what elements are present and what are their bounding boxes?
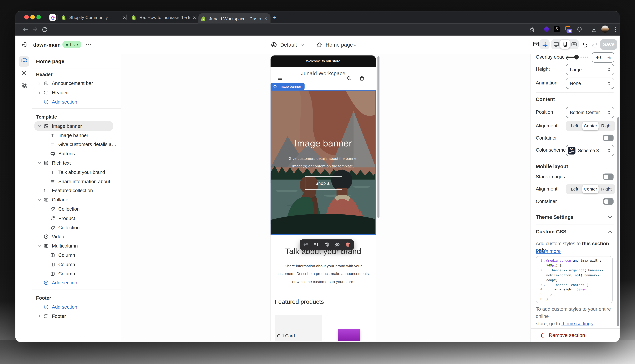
delete-section-icon[interactable] xyxy=(345,242,351,248)
sidebar-item-header[interactable]: Header xyxy=(32,88,121,98)
cart-icon[interactable] xyxy=(359,75,365,81)
tab-close-icon[interactable]: × xyxy=(122,15,127,20)
sidebar-item-share-information-about-your-br[interactable]: Share information about your br... xyxy=(32,177,121,186)
page-selector[interactable]: Home page xyxy=(326,42,353,48)
move-down-icon[interactable] xyxy=(313,242,319,248)
sidebar-item-image-banner[interactable]: Image banner xyxy=(35,122,113,131)
sidebar-item-multicolumn[interactable]: Multicolumn xyxy=(32,241,121,250)
sidebar-item-footer[interactable]: Footer xyxy=(32,312,121,321)
menu-icon[interactable] xyxy=(277,75,283,81)
mobile-view-button[interactable] xyxy=(560,40,570,49)
extensions-icon[interactable] xyxy=(576,26,583,33)
rail-sections-button[interactable] xyxy=(19,56,29,67)
back-icon[interactable] xyxy=(22,26,29,33)
add-section-button[interactable]: Add section xyxy=(32,302,121,312)
chevron-right-icon[interactable] xyxy=(37,314,42,319)
product-card-image[interactable] xyxy=(338,329,360,341)
chevron-right-icon[interactable] xyxy=(37,81,42,86)
hide-section-icon[interactable] xyxy=(335,242,340,248)
search-icon[interactable] xyxy=(346,75,352,81)
inspect-button[interactable] xyxy=(539,39,550,49)
tab-junaid-workspace-customiz[interactable]: Junaid Workspace · Customiz× xyxy=(198,13,270,24)
sidebar-item-talk-about-your-brand[interactable]: Talk about your brand xyxy=(32,168,121,177)
panel-scrollbar[interactable] xyxy=(617,117,619,326)
tab-close-icon[interactable]: × xyxy=(192,15,197,20)
height-select[interactable]: Large xyxy=(566,64,614,75)
save-button[interactable]: Save xyxy=(600,39,617,50)
announcement-bar[interactable]: Welcome to our store xyxy=(270,56,376,67)
extension-s-icon[interactable]: S xyxy=(554,26,560,32)
overlay-opacity-input[interactable]: 40 % xyxy=(592,52,614,63)
stack-images-toggle[interactable] xyxy=(603,174,613,180)
sidebar-item-give-customers-details-about-th[interactable]: Give customers details about th... xyxy=(32,140,121,149)
downloads-icon[interactable] xyxy=(591,26,597,33)
sidebar-item-image-banner[interactable]: Image banner xyxy=(32,131,121,140)
custom-css-editor[interactable]: 1⌄@media screen and (max-width:749px) {2… xyxy=(536,256,613,303)
add-section-button[interactable]: Add section xyxy=(32,278,121,288)
fullscreen-icon[interactable] xyxy=(571,41,577,48)
alignment-option-right[interactable]: Right xyxy=(598,122,614,130)
learn-more-link[interactable]: Learn more xyxy=(536,248,561,254)
minimize-window-button[interactable] xyxy=(31,15,35,20)
theme-settings-link[interactable]: theme settings xyxy=(561,321,593,326)
preview-scrollbar[interactable] xyxy=(377,56,380,218)
desktop-view-icon[interactable] xyxy=(553,41,560,48)
rail-settings-button[interactable] xyxy=(19,68,29,79)
locale-selector[interactable]: Default xyxy=(280,42,297,48)
sidebar-item-announcement-bar[interactable]: Announcement bar xyxy=(32,79,121,88)
tab-shopify-community[interactable]: Shopify Community× xyxy=(59,11,129,24)
alignment-option-left[interactable]: Left xyxy=(566,185,582,193)
chevron-down-icon[interactable] xyxy=(37,124,42,129)
extension-badge-icon[interactable]: 96 xyxy=(565,26,572,33)
reload-icon[interactable] xyxy=(41,26,48,33)
zoom-window-button[interactable] xyxy=(37,15,41,20)
browser-menu-icon[interactable] xyxy=(612,26,619,33)
mobile-container-toggle[interactable] xyxy=(603,198,613,204)
product-card-gift[interactable]: Gift Card xyxy=(275,315,322,341)
position-select[interactable]: Bottom Center xyxy=(566,107,614,118)
alignment-option-center[interactable]: Center xyxy=(582,185,598,193)
sidebar-item-column[interactable]: Column xyxy=(32,260,121,269)
chevron-right-icon[interactable] xyxy=(37,90,42,95)
undo-icon[interactable] xyxy=(581,41,588,48)
sidebar-item-product[interactable]: Product xyxy=(32,214,121,223)
chevron-down-icon[interactable] xyxy=(37,160,42,166)
custom-css-row[interactable]: Custom CSS xyxy=(531,226,619,238)
extension-diamond-icon[interactable] xyxy=(543,26,550,32)
avatar[interactable] xyxy=(601,26,609,33)
forward-icon[interactable] xyxy=(32,26,39,33)
new-tab-button[interactable]: + xyxy=(273,14,277,20)
move-up-icon[interactable] xyxy=(303,242,309,248)
color-scheme-select[interactable]: Aa Scheme 3 xyxy=(566,145,614,156)
sidebar-item-column[interactable]: Column xyxy=(32,269,121,278)
close-window-button[interactable] xyxy=(24,15,29,20)
sidebar-item-column[interactable]: Column xyxy=(32,250,121,260)
alignment-option-left[interactable]: Left xyxy=(566,122,582,130)
tab-close-icon[interactable]: × xyxy=(263,16,268,21)
theme-options-icon[interactable] xyxy=(85,41,92,48)
sidebar-item-collection[interactable]: Collection xyxy=(32,204,121,214)
shop-all-button[interactable]: Shop all xyxy=(305,176,342,190)
theme-settings-row[interactable]: Theme Settings xyxy=(531,212,619,223)
sidebar-item-featured-collection[interactable]: Featured collection xyxy=(32,186,121,195)
chevron-down-icon[interactable] xyxy=(37,244,42,249)
alignment-option-right[interactable]: Right xyxy=(598,185,614,193)
redo-icon[interactable] xyxy=(591,41,598,48)
preview-inspector-icon[interactable] xyxy=(532,41,539,48)
richtext-body[interactable]: Share information about your brand with … xyxy=(276,262,370,286)
overlay-opacity-slider[interactable] xyxy=(566,55,588,60)
sidebar-item-video[interactable]: Video xyxy=(32,232,121,241)
tab-re-how-to-increase-the-lengt[interactable]: Re: How to increase the lengt× xyxy=(129,11,199,24)
animation-select[interactable]: None xyxy=(566,78,614,89)
duplicate-icon[interactable] xyxy=(324,242,330,248)
rail-apps-button[interactable] xyxy=(19,81,29,92)
pinned-tab-clickup[interactable] xyxy=(49,14,56,20)
sidebar-item-collection[interactable]: Collection xyxy=(32,223,121,232)
add-section-button[interactable]: Add section xyxy=(32,97,121,106)
sidebar-item-buttons[interactable]: Buttons xyxy=(32,149,121,158)
store-name[interactable]: Junaid Workspace xyxy=(299,71,347,77)
container-toggle[interactable] xyxy=(603,135,613,141)
image-banner-section[interactable]: Image banner Give customers details abou… xyxy=(270,90,376,234)
sidebar-item-collage[interactable]: Collage xyxy=(32,195,121,204)
remove-section-button[interactable]: Remove section xyxy=(531,328,619,342)
